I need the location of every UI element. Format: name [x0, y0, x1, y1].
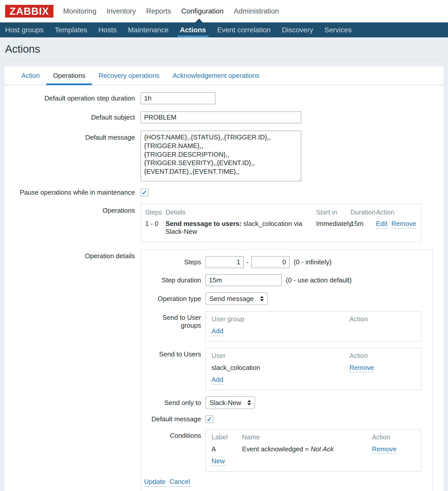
row-default-subject: Default subject — [5, 111, 443, 123]
row-step-duration: Default operation step duration — [5, 92, 443, 104]
title-divider — [5, 60, 443, 61]
operation-type-value: Send message — [209, 295, 254, 303]
subnav-item-host-groups[interactable]: Host groups — [3, 22, 46, 37]
remove-operation-link[interactable]: Remove — [391, 220, 416, 229]
operation-type-select[interactable]: Send message — [205, 292, 268, 305]
content-card: Action Operations Recovery operations Ac… — [5, 66, 443, 491]
condition-label: A — [212, 445, 242, 453]
remove-condition-link[interactable]: Remove — [372, 445, 397, 454]
column-header-details: Details — [165, 208, 316, 216]
user-name: slack_colocation — [212, 364, 349, 372]
condition-name: Event acknowledged = Not Ack — [242, 445, 372, 453]
top-nav: Monitoring Inventory Reports Configurati… — [63, 7, 279, 15]
inner-step-duration-input[interactable] — [205, 274, 282, 286]
column-header-user: User — [212, 352, 349, 360]
operation-actions: Edit Remove — [376, 220, 417, 229]
operations-table: Steps Details Start in Duration Action 1… — [141, 204, 421, 242]
steps-label: Steps — [141, 258, 205, 266]
column-header-user-group: User group — [212, 315, 349, 323]
row-inner-default-message: Default message ✓ — [141, 415, 433, 423]
users-add-row: Add — [206, 374, 421, 387]
subnav-item-hosts[interactable]: Hosts — [96, 22, 119, 37]
operation-row: 1 - 0 Send message to users: slack_coloc… — [141, 218, 421, 237]
tab-action[interactable]: Action — [15, 66, 46, 85]
user-groups-header-row: User group Action — [206, 313, 421, 325]
select-arrows-icon — [260, 296, 264, 301]
nav-caret-icon — [195, 19, 203, 23]
conditions-table: Label Name Action A Event acknowledged =… — [205, 429, 421, 472]
row-user-groups: Send to User groups User group Action Ad… — [141, 311, 433, 342]
tab-recovery-operations[interactable]: Recovery operations — [92, 66, 166, 85]
user-groups-add-row: Add — [206, 325, 421, 338]
step-duration-hint: (0 - use action default) — [286, 276, 352, 284]
steps-from-input[interactable] — [205, 256, 244, 268]
subnav-item-actions[interactable]: Actions — [177, 22, 209, 37]
subnav-item-templates[interactable]: Templates — [52, 22, 90, 37]
conditions-new-row: New — [206, 455, 421, 468]
row-users: Send to Users User Action slack_colocati… — [141, 348, 433, 390]
tab-acknowledgement-operations[interactable]: Acknowledgement operations — [166, 66, 266, 85]
condition-row: A Event acknowledged = Not Ack Remove — [206, 443, 421, 455]
send-to-users-label: Send to Users — [141, 348, 205, 358]
step-duration-input[interactable] — [141, 92, 216, 104]
new-condition-link[interactable]: New — [212, 457, 225, 466]
column-header-steps: Steps — [145, 208, 165, 216]
subnav-item-discovery[interactable]: Discovery — [279, 22, 316, 37]
page-title: Actions — [5, 43, 448, 55]
select-arrows-icon — [247, 400, 251, 406]
column-header-action: Action — [349, 352, 415, 360]
default-message-label: Default message — [5, 131, 141, 141]
conditions-label: Conditions — [141, 429, 205, 440]
send-only-to-select[interactable]: Slack-New — [205, 396, 255, 409]
row-operation-type: Operation type Send message — [141, 292, 433, 305]
operation-start-in-value: Immediately — [316, 220, 351, 228]
steps-hint: (0 - infinitely) — [294, 258, 332, 266]
subnav-item-event-correlation[interactable]: Event correlation — [215, 22, 273, 37]
remove-user-link[interactable]: Remove — [349, 364, 374, 372]
topnav-item-monitoring[interactable]: Monitoring — [63, 7, 96, 15]
add-user-link[interactable]: Add — [212, 376, 223, 385]
step-duration-label: Default operation step duration — [5, 94, 141, 102]
subnav-item-maintenance[interactable]: Maintenance — [125, 22, 171, 37]
tab-operations[interactable]: Operations — [46, 66, 92, 85]
edit-operation-link[interactable]: Edit — [376, 220, 387, 229]
conditions-header-row: Label Name Action — [206, 431, 421, 443]
zabbix-logo[interactable]: ZABBIX — [5, 5, 53, 18]
row-steps: Steps - (0 - infinitely) — [141, 256, 433, 268]
subnav-item-services[interactable]: Services — [322, 22, 354, 37]
user-row: slack_colocation Remove — [206, 362, 421, 374]
operation-duration-value: 15m — [351, 220, 376, 228]
default-subject-input[interactable] — [141, 111, 301, 123]
users-table: User Action slack_colocation Remove Add — [205, 348, 421, 390]
pause-operations-label: Pause operations while in maintenance — [5, 189, 141, 196]
topnav-item-inventory[interactable]: Inventory — [107, 7, 136, 15]
pause-operations-checkbox[interactable]: ✓ — [141, 189, 148, 196]
operation-steps-value: 1 - 0 — [145, 220, 165, 228]
default-message-textarea[interactable]: {HOST.NAME},,{STATUS},,{TRIGGER.ID},,{TR… — [141, 131, 301, 181]
row-inner-step-duration: Step duration (0 - use action default) — [141, 274, 433, 286]
topnav-item-configuration[interactable]: Configuration — [181, 7, 224, 15]
column-header-name: Name — [242, 433, 372, 441]
row-conditions: Conditions Label Name Action A Event ack… — [141, 429, 433, 472]
update-operation-link[interactable]: Update — [144, 478, 165, 487]
send-to-user-groups-label: Send to User groups — [141, 311, 205, 329]
topnav-item-reports[interactable]: Reports — [146, 7, 171, 15]
inner-default-message-checkbox[interactable]: ✓ — [205, 415, 213, 423]
default-subject-label: Default subject — [5, 113, 141, 121]
add-user-group-link[interactable]: Add — [212, 327, 223, 336]
top-bar: ZABBIX Monitoring Inventory Reports Conf… — [0, 0, 448, 22]
steps-to-input[interactable] — [251, 256, 290, 268]
row-send-only-to: Send only to Slack-New — [141, 396, 433, 409]
topnav-item-administration[interactable]: Administration — [234, 7, 279, 15]
condition-name-text: Event acknowledged = — [242, 445, 311, 453]
checkmark-icon: ✓ — [142, 189, 147, 196]
send-only-to-value: Slack-New — [209, 399, 241, 407]
column-header-action: Action — [376, 208, 417, 216]
operation-type-label: Operation type — [141, 295, 205, 303]
cancel-operation-link[interactable]: Cancel — [170, 478, 190, 487]
row-pause-operations: Pause operations while in maintenance ✓ — [5, 189, 443, 196]
user-groups-table: User group Action Add — [205, 311, 421, 342]
inner-step-duration-label: Step duration — [141, 276, 205, 284]
row-operation-details: Operation details Steps - (0 - infinitel… — [5, 249, 443, 491]
operation-details-value: Send message to users: slack_colocation … — [165, 220, 316, 236]
